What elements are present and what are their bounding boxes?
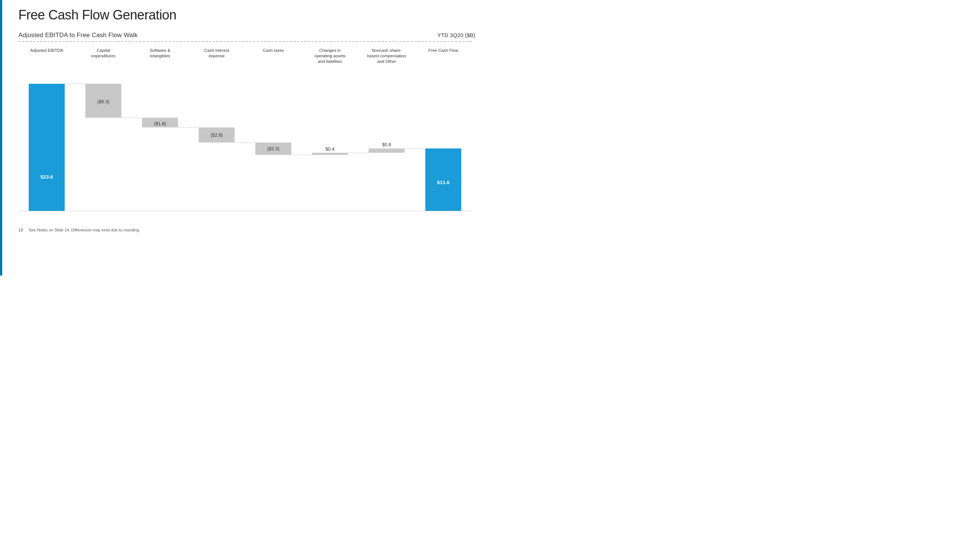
value-fcf: $11.6 bbox=[437, 179, 450, 185]
bar-changes-oa bbox=[312, 153, 348, 155]
value-capex: ($6.3) bbox=[97, 99, 110, 104]
bar-adj-ebitda bbox=[29, 84, 65, 211]
chart-area: Adjusted EBITDA Capitalexpenditures Soft… bbox=[18, 48, 472, 222]
subtitle-row: Adjusted EBITDA to Free Cash Flow Walk Y… bbox=[18, 32, 475, 39]
col-header-cash-taxes: Cash taxes bbox=[245, 48, 302, 53]
value-noncash-comp: $0.8 bbox=[382, 142, 391, 147]
footnote-row: 13 See Notes on Slide 14; Differences ma… bbox=[18, 228, 475, 232]
col-header-cash-interest: Cash interestexpense bbox=[188, 48, 245, 59]
col-header-changes-oa: Changes inoperating assetsand liabilitie… bbox=[302, 48, 358, 64]
ytd-label: YTD 3Q20 ($B) bbox=[438, 32, 475, 38]
value-changes-oa: $0.4 bbox=[325, 146, 334, 152]
bar-noncash-comp bbox=[369, 148, 405, 153]
col-header-sw-intangibles: Software &intangibles bbox=[132, 48, 188, 59]
value-adj-ebitda: $23.6 bbox=[40, 174, 53, 179]
footnote-number: 13 bbox=[18, 228, 23, 232]
col-header-noncash-comp: Noncash share-based compensationand Othe… bbox=[358, 48, 415, 64]
col-header-adj-ebitda: Adjusted EBITDA bbox=[18, 48, 75, 53]
col-header-fcf: Free Cash Flow bbox=[415, 48, 472, 53]
waterfall-chart: $23.6 ($6.3) ($1.8) ($2.8) ($2.3) $0.4 $… bbox=[18, 67, 472, 222]
left-accent-bar bbox=[0, 0, 2, 275]
column-headers: Adjusted EBITDA Capitalexpenditures Soft… bbox=[18, 48, 472, 64]
divider bbox=[18, 41, 472, 42]
value-cash-taxes: ($2.3) bbox=[267, 146, 279, 151]
value-cash-interest: ($2.8) bbox=[211, 132, 223, 138]
value-sw-intangibles: ($1.8) bbox=[154, 121, 166, 126]
page: Free Cash Flow Generation Adjusted EBITD… bbox=[0, 0, 490, 275]
col-header-capex: Capitalexpenditures bbox=[75, 48, 132, 59]
footnote-text: See Notes on Slide 14; Differences may e… bbox=[29, 228, 139, 232]
page-title: Free Cash Flow Generation bbox=[18, 7, 475, 23]
chart-subtitle: Adjusted EBITDA to Free Cash Flow Walk bbox=[18, 32, 137, 39]
